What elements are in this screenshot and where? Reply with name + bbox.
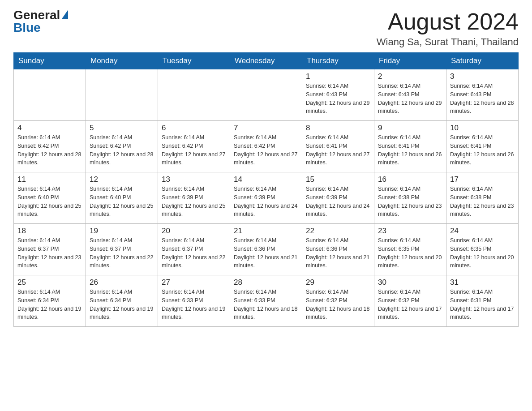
calendar-header-thursday: Thursday	[302, 53, 374, 69]
calendar-cell	[86, 69, 158, 121]
logo-general: General	[13, 9, 60, 21]
calendar-cell: 2Sunrise: 6:14 AMSunset: 6:43 PMDaylight…	[374, 69, 446, 121]
day-info: Sunrise: 6:14 AMSunset: 6:41 PMDaylight:…	[378, 133, 442, 167]
calendar-cell: 10Sunrise: 6:14 AMSunset: 6:41 PMDayligh…	[446, 121, 519, 172]
calendar-cell: 25Sunrise: 6:14 AMSunset: 6:34 PMDayligh…	[14, 275, 86, 327]
day-number: 31	[450, 278, 515, 287]
day-info: Sunrise: 6:14 AMSunset: 6:36 PMDaylight:…	[234, 236, 298, 270]
calendar-cell: 28Sunrise: 6:14 AMSunset: 6:33 PMDayligh…	[230, 275, 302, 327]
day-number: 2	[378, 72, 442, 81]
calendar-cell: 3Sunrise: 6:14 AMSunset: 6:43 PMDaylight…	[446, 69, 519, 121]
day-number: 17	[450, 175, 515, 184]
day-number: 23	[378, 227, 442, 235]
day-info: Sunrise: 6:14 AMSunset: 6:35 PMDaylight:…	[378, 236, 442, 270]
day-info: Sunrise: 6:14 AMSunset: 6:41 PMDaylight:…	[450, 133, 515, 167]
day-number: 6	[162, 124, 226, 133]
day-number: 5	[90, 124, 154, 133]
day-info: Sunrise: 6:14 AMSunset: 6:33 PMDaylight:…	[234, 288, 298, 321]
day-info: Sunrise: 6:14 AMSunset: 6:31 PMDaylight:…	[450, 288, 515, 321]
week-row-1: 1Sunrise: 6:14 AMSunset: 6:43 PMDaylight…	[14, 69, 519, 121]
week-row-3: 11Sunrise: 6:14 AMSunset: 6:40 PMDayligh…	[14, 172, 519, 224]
day-number: 26	[90, 278, 154, 287]
day-number: 15	[306, 175, 370, 184]
day-number: 1	[306, 72, 370, 81]
month-title: August 2024	[377, 9, 519, 34]
calendar-cell: 8Sunrise: 6:14 AMSunset: 6:41 PMDaylight…	[302, 121, 374, 172]
calendar-cell: 14Sunrise: 6:14 AMSunset: 6:39 PMDayligh…	[230, 172, 302, 224]
location-subtitle: Wiang Sa, Surat Thani, Thailand	[377, 36, 519, 48]
calendar-header-saturday: Saturday	[446, 53, 519, 69]
day-number: 11	[17, 175, 82, 184]
calendar-cell: 24Sunrise: 6:14 AMSunset: 6:35 PMDayligh…	[446, 224, 519, 275]
calendar-cell: 19Sunrise: 6:14 AMSunset: 6:37 PMDayligh…	[86, 224, 158, 275]
day-number: 10	[450, 124, 515, 133]
day-info: Sunrise: 6:14 AMSunset: 6:41 PMDaylight:…	[306, 133, 370, 167]
calendar-cell: 16Sunrise: 6:14 AMSunset: 6:38 PMDayligh…	[374, 172, 446, 224]
calendar-cell: 12Sunrise: 6:14 AMSunset: 6:40 PMDayligh…	[86, 172, 158, 224]
week-row-5: 25Sunrise: 6:14 AMSunset: 6:34 PMDayligh…	[14, 275, 519, 327]
day-number: 21	[234, 227, 298, 235]
day-info: Sunrise: 6:14 AMSunset: 6:40 PMDaylight:…	[90, 185, 154, 218]
calendar-cell: 21Sunrise: 6:14 AMSunset: 6:36 PMDayligh…	[230, 224, 302, 275]
day-number: 19	[90, 227, 154, 235]
day-info: Sunrise: 6:14 AMSunset: 6:35 PMDaylight:…	[450, 236, 515, 270]
day-info: Sunrise: 6:14 AMSunset: 6:37 PMDaylight:…	[17, 236, 82, 270]
calendar-cell: 31Sunrise: 6:14 AMSunset: 6:31 PMDayligh…	[446, 275, 519, 327]
calendar-cell: 5Sunrise: 6:14 AMSunset: 6:42 PMDaylight…	[86, 121, 158, 172]
calendar-cell: 4Sunrise: 6:14 AMSunset: 6:42 PMDaylight…	[14, 121, 86, 172]
title-block: August 2024 Wiang Sa, Surat Thani, Thail…	[377, 9, 519, 48]
day-info: Sunrise: 6:14 AMSunset: 6:38 PMDaylight:…	[450, 185, 515, 218]
calendar-cell: 17Sunrise: 6:14 AMSunset: 6:38 PMDayligh…	[446, 172, 519, 224]
day-info: Sunrise: 6:14 AMSunset: 6:39 PMDaylight:…	[234, 185, 298, 218]
calendar-cell: 9Sunrise: 6:14 AMSunset: 6:41 PMDaylight…	[374, 121, 446, 172]
day-info: Sunrise: 6:14 AMSunset: 6:38 PMDaylight:…	[378, 185, 442, 218]
day-info: Sunrise: 6:14 AMSunset: 6:39 PMDaylight:…	[162, 185, 226, 218]
day-info: Sunrise: 6:14 AMSunset: 6:42 PMDaylight:…	[17, 133, 82, 167]
calendar-header-monday: Monday	[86, 53, 158, 69]
calendar-header-row: SundayMondayTuesdayWednesdayThursdayFrid…	[14, 53, 519, 69]
day-info: Sunrise: 6:14 AMSunset: 6:32 PMDaylight:…	[306, 288, 370, 321]
calendar-cell	[14, 69, 86, 121]
day-number: 16	[378, 175, 442, 184]
calendar-cell: 7Sunrise: 6:14 AMSunset: 6:42 PMDaylight…	[230, 121, 302, 172]
calendar-header-sunday: Sunday	[14, 53, 86, 69]
day-info: Sunrise: 6:14 AMSunset: 6:33 PMDaylight:…	[162, 288, 226, 321]
calendar-cell	[230, 69, 302, 121]
day-info: Sunrise: 6:14 AMSunset: 6:42 PMDaylight:…	[234, 133, 298, 167]
day-info: Sunrise: 6:14 AMSunset: 6:42 PMDaylight:…	[90, 133, 154, 167]
page-header: General Blue August 2024 Wiang Sa, Surat…	[13, 9, 519, 48]
calendar-cell: 22Sunrise: 6:14 AMSunset: 6:36 PMDayligh…	[302, 224, 374, 275]
calendar-cell: 23Sunrise: 6:14 AMSunset: 6:35 PMDayligh…	[374, 224, 446, 275]
day-info: Sunrise: 6:14 AMSunset: 6:43 PMDaylight:…	[450, 82, 515, 116]
day-info: Sunrise: 6:14 AMSunset: 6:39 PMDaylight:…	[306, 185, 370, 218]
day-info: Sunrise: 6:14 AMSunset: 6:34 PMDaylight:…	[17, 288, 82, 321]
calendar-table: SundayMondayTuesdayWednesdayThursdayFrid…	[13, 52, 519, 327]
week-row-4: 18Sunrise: 6:14 AMSunset: 6:37 PMDayligh…	[14, 224, 519, 275]
calendar-cell: 26Sunrise: 6:14 AMSunset: 6:34 PMDayligh…	[86, 275, 158, 327]
calendar-cell	[158, 69, 230, 121]
day-info: Sunrise: 6:14 AMSunset: 6:40 PMDaylight:…	[17, 185, 82, 218]
day-number: 14	[234, 175, 298, 184]
day-info: Sunrise: 6:14 AMSunset: 6:43 PMDaylight:…	[306, 82, 370, 116]
day-number: 3	[450, 72, 515, 81]
day-number: 22	[306, 227, 370, 235]
day-info: Sunrise: 6:14 AMSunset: 6:43 PMDaylight:…	[378, 82, 442, 116]
day-number: 18	[17, 227, 82, 235]
calendar-header-friday: Friday	[374, 53, 446, 69]
day-info: Sunrise: 6:14 AMSunset: 6:42 PMDaylight:…	[162, 133, 226, 167]
day-info: Sunrise: 6:14 AMSunset: 6:37 PMDaylight:…	[162, 236, 226, 270]
day-info: Sunrise: 6:14 AMSunset: 6:32 PMDaylight:…	[378, 288, 442, 321]
day-info: Sunrise: 6:14 AMSunset: 6:36 PMDaylight:…	[306, 236, 370, 270]
calendar-cell: 1Sunrise: 6:14 AMSunset: 6:43 PMDaylight…	[302, 69, 374, 121]
day-number: 7	[234, 124, 298, 133]
calendar-cell: 6Sunrise: 6:14 AMSunset: 6:42 PMDaylight…	[158, 121, 230, 172]
logo-triangle-icon	[62, 10, 68, 19]
day-number: 8	[306, 124, 370, 133]
day-info: Sunrise: 6:14 AMSunset: 6:37 PMDaylight:…	[90, 236, 154, 270]
day-number: 20	[162, 227, 226, 235]
logo-blue: Blue	[13, 21, 41, 34]
calendar-cell: 29Sunrise: 6:14 AMSunset: 6:32 PMDayligh…	[302, 275, 374, 327]
week-row-2: 4Sunrise: 6:14 AMSunset: 6:42 PMDaylight…	[14, 121, 519, 172]
calendar-cell: 15Sunrise: 6:14 AMSunset: 6:39 PMDayligh…	[302, 172, 374, 224]
day-number: 29	[306, 278, 370, 287]
